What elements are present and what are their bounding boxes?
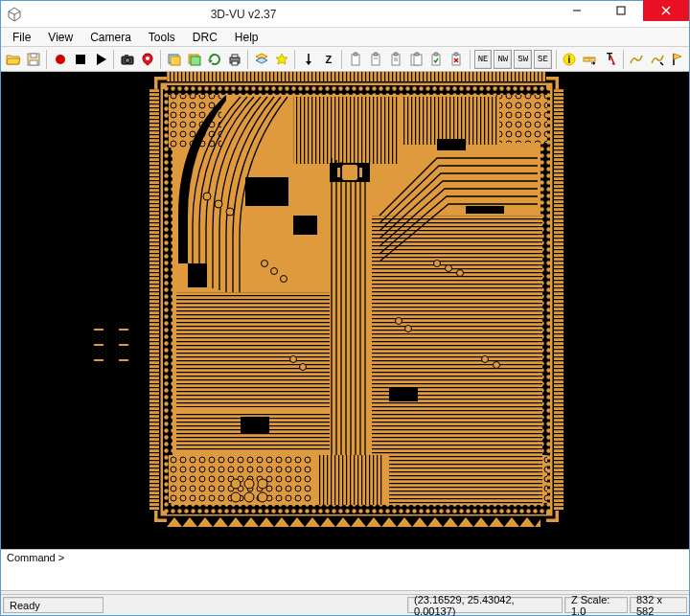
print-button[interactable] (224, 49, 244, 70)
highlight-button[interactable] (271, 49, 291, 70)
svg-rect-104 (293, 216, 317, 235)
layers-button-2[interactable] (184, 49, 204, 70)
menu-help[interactable]: Help (227, 30, 266, 45)
window-title: 3D-VU v2.37 (28, 8, 555, 21)
snapshot-button[interactable] (117, 49, 137, 70)
title-bar: 3D-VU v2.37 (1, 1, 689, 28)
direction-nw-button[interactable]: NW (494, 50, 512, 69)
app-icon (7, 7, 22, 22)
svg-rect-23 (232, 61, 238, 65)
toolbar: Z NE NW SW SE i T (1, 47, 689, 72)
command-input[interactable] (66, 552, 683, 565)
clipboard-button-5[interactable] (426, 49, 447, 70)
svg-rect-41 (432, 55, 440, 65)
svg-rect-3 (617, 7, 625, 14)
menu-camera[interactable]: Camera (82, 30, 139, 45)
text-marker-button[interactable]: T (600, 49, 620, 70)
svg-point-130 (258, 492, 267, 502)
svg-rect-101 (317, 455, 384, 505)
svg-rect-35 (394, 53, 398, 56)
clipboard-button-2[interactable] (365, 49, 385, 70)
status-ready: Ready (3, 597, 104, 613)
command-area: Command > (1, 549, 689, 594)
svg-rect-108 (389, 388, 418, 401)
menu-view[interactable]: View (40, 30, 80, 45)
toolbar-separator (294, 50, 295, 69)
measure-button-1[interactable] (627, 49, 647, 70)
svg-rect-105 (241, 417, 269, 434)
maximize-button[interactable] (599, 0, 643, 21)
svg-point-15 (146, 57, 150, 60)
svg-point-119 (396, 318, 402, 325)
status-z-scale: Z Scale: 1.0 (564, 597, 628, 613)
svg-point-113 (262, 261, 268, 267)
toolbar-separator (341, 50, 342, 69)
save-button[interactable] (23, 49, 43, 70)
svg-rect-81 (167, 72, 546, 81)
ruler-button[interactable] (580, 49, 600, 70)
direction-ne-button[interactable]: NE (474, 50, 493, 69)
clipboard-button-4[interactable] (406, 49, 426, 70)
flag-button[interactable] (667, 49, 687, 70)
svg-point-116 (434, 261, 441, 267)
menu-file[interactable]: File (5, 30, 38, 45)
svg-rect-84 (554, 89, 564, 511)
menu-tools[interactable]: Tools (141, 30, 183, 45)
pcb-layout-render (150, 72, 564, 527)
svg-point-122 (494, 362, 500, 369)
svg-marker-26 (276, 54, 288, 64)
svg-point-117 (446, 265, 452, 272)
svg-point-9 (56, 55, 65, 64)
record-button[interactable] (50, 49, 70, 70)
svg-marker-25 (256, 57, 267, 63)
svg-rect-14 (125, 55, 128, 57)
svg-marker-11 (97, 54, 106, 65)
svg-rect-10 (76, 55, 85, 64)
svg-rect-83 (150, 89, 159, 511)
command-line: Command > (1, 550, 689, 590)
clipboard-button-3[interactable] (386, 49, 406, 70)
svg-marker-28 (306, 61, 311, 65)
ruler-marks-icon (94, 326, 128, 364)
svg-rect-93 (293, 97, 399, 164)
locate-button[interactable] (137, 49, 157, 70)
clipboard-button-6[interactable] (447, 49, 467, 70)
clipboard-button-1[interactable] (345, 49, 365, 70)
menu-drc[interactable]: DRC (185, 30, 225, 45)
play-button[interactable] (90, 49, 110, 70)
direction-sw-button[interactable]: SW (514, 50, 532, 69)
svg-point-120 (405, 326, 412, 332)
svg-point-126 (244, 479, 254, 489)
svg-point-118 (457, 270, 464, 277)
svg-marker-62 (674, 54, 681, 59)
svg-rect-40 (415, 53, 419, 56)
toolbar-separator (470, 50, 471, 69)
menu-bar: File View Camera Tools DRC Help (1, 28, 689, 47)
status-bar: Ready (23.16529, 25.43042, 0.00137) Z Sc… (1, 594, 689, 615)
svg-point-13 (125, 57, 129, 62)
z-down-button[interactable] (298, 49, 318, 70)
direction-se-button[interactable]: SE (534, 50, 552, 69)
open-file-button[interactable] (3, 49, 23, 70)
svg-text:i: i (568, 55, 571, 65)
svg-rect-102 (389, 455, 542, 505)
svg-rect-17 (171, 57, 180, 65)
svg-point-112 (226, 208, 234, 216)
info-button[interactable]: i (560, 49, 580, 70)
svg-rect-106 (437, 139, 466, 150)
measure-button-2[interactable] (647, 49, 667, 70)
close-button[interactable] (643, 0, 689, 21)
stop-button[interactable] (70, 49, 90, 70)
svg-marker-56 (593, 61, 595, 65)
layers-button-1[interactable] (164, 49, 184, 70)
svg-point-114 (271, 268, 278, 275)
z-scale-button[interactable]: Z (318, 49, 338, 70)
pcb-3d-viewport[interactable] (1, 72, 689, 549)
layer-stack-button[interactable] (251, 49, 271, 70)
svg-point-124 (300, 364, 307, 371)
svg-point-121 (482, 356, 489, 363)
svg-rect-109 (188, 263, 207, 287)
minimize-button[interactable] (555, 0, 599, 21)
svg-marker-20 (208, 59, 213, 63)
refresh-button[interactable] (204, 49, 224, 70)
